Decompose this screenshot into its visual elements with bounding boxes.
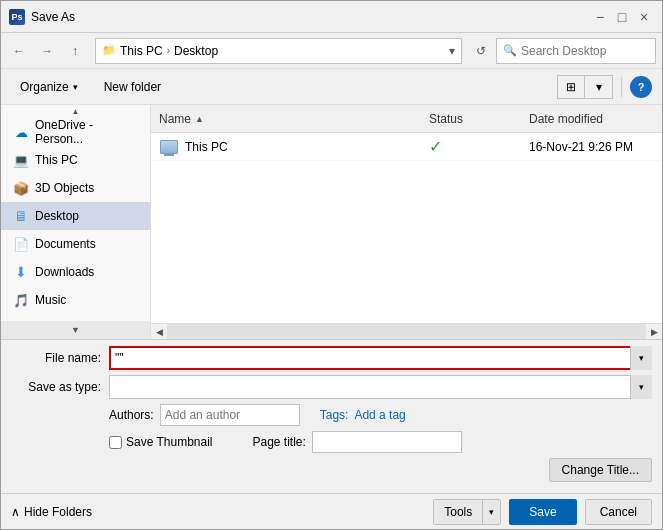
- save-as-dialog: Ps Save As − □ × ← → ↑ 📁 This PC › Deskt…: [0, 0, 663, 530]
- downloads-icon: ⬇: [13, 264, 29, 280]
- page-title-input[interactable]: [312, 431, 462, 453]
- save-as-type-label: Save as type:: [11, 380, 101, 394]
- sidebar-item-label: This PC: [35, 153, 78, 167]
- view-dropdown-button[interactable]: ▾: [585, 75, 613, 99]
- sidebar-item-label: 3D Objects: [35, 181, 94, 195]
- close-button[interactable]: ×: [634, 7, 654, 27]
- breadcrumb-thispc: This PC: [120, 44, 163, 58]
- authors-tags-row: Authors: Tags: Add a tag: [11, 404, 652, 426]
- page-title-label: Page title:: [253, 435, 306, 449]
- navigation-bar: ← → ↑ 📁 This PC › Desktop ▾ ↺ 🔍: [1, 33, 662, 69]
- title-bar: Ps Save As − □ ×: [1, 1, 662, 33]
- file-name-wrapper: ▾: [109, 346, 652, 370]
- authors-input[interactable]: [160, 404, 300, 426]
- file-name-input[interactable]: [109, 346, 652, 370]
- save-as-type-wrapper: ▾: [109, 375, 652, 399]
- hscroll-track[interactable]: [167, 324, 646, 339]
- column-status[interactable]: Status: [421, 112, 521, 126]
- forward-button[interactable]: →: [35, 39, 59, 63]
- search-input[interactable]: [521, 44, 663, 58]
- new-folder-label: New folder: [104, 80, 161, 94]
- page-title-section: Page title:: [253, 431, 462, 453]
- hide-folders-button[interactable]: ∧ Hide Folders: [11, 505, 92, 519]
- hscroll-right-button[interactable]: ▶: [646, 324, 662, 340]
- tools-button[interactable]: Tools ▾: [433, 499, 501, 525]
- sidebar-scroll-up[interactable]: ▲: [1, 105, 150, 118]
- sidebar-item-onedrive[interactable]: ☁ OneDrive - Person...: [1, 118, 150, 146]
- desktop-icon: 🖥: [13, 208, 29, 224]
- sidebar-item-label: Desktop: [35, 209, 79, 223]
- pc-icon: 💻: [13, 152, 29, 168]
- up-button[interactable]: ↑: [63, 39, 87, 63]
- column-date-modified[interactable]: Date modified: [521, 112, 662, 126]
- main-area: ▲ ☁ OneDrive - Person... 💻 This PC 📦 3D …: [1, 105, 662, 339]
- organize-dropdown-icon: ▾: [73, 82, 78, 92]
- change-title-row: Change Title...: [11, 458, 652, 482]
- organize-label: Organize: [20, 80, 69, 94]
- save-thumbnail-label[interactable]: Save Thumbnail: [126, 435, 213, 449]
- help-button[interactable]: ?: [630, 76, 652, 98]
- save-thumbnail-section: Save Thumbnail: [109, 435, 213, 449]
- file-name: This PC: [185, 140, 228, 154]
- app-icon: Ps: [9, 9, 25, 25]
- refresh-button[interactable]: ↺: [470, 40, 492, 62]
- maximize-button[interactable]: □: [612, 7, 632, 27]
- author-section: Authors:: [109, 404, 300, 426]
- file-date: 16-Nov-21 9:26 PM: [521, 140, 662, 154]
- file-icon: [159, 137, 179, 157]
- hide-folders-arrow-icon: ∧: [11, 505, 20, 519]
- onedrive-icon: ☁: [13, 124, 29, 140]
- authors-label: Authors:: [109, 408, 154, 422]
- file-list-body: This PC ✓ 16-Nov-21 9:26 PM: [151, 133, 662, 323]
- view-button[interactable]: ⊞: [557, 75, 585, 99]
- tools-dropdown-icon: ▾: [483, 500, 500, 524]
- address-bar[interactable]: 📁 This PC › Desktop ▾: [95, 38, 462, 64]
- music-icon: 🎵: [13, 292, 29, 308]
- table-row[interactable]: This PC ✓ 16-Nov-21 9:26 PM: [151, 133, 662, 161]
- sidebar-item-label: Music: [35, 293, 66, 307]
- change-title-button[interactable]: Change Title...: [549, 458, 652, 482]
- sort-arrow: ▲: [195, 114, 204, 124]
- search-box[interactable]: 🔍: [496, 38, 656, 64]
- file-name-label: File name:: [11, 351, 101, 365]
- save-thumbnail-checkbox[interactable]: [109, 436, 122, 449]
- save-as-type-row: Save as type: ▾: [11, 375, 652, 399]
- tags-label: Tags:: [320, 408, 349, 422]
- sidebar-item-music[interactable]: 🎵 Music: [1, 286, 150, 314]
- horizontal-scrollbar[interactable]: ◀ ▶: [151, 323, 662, 339]
- tools-label: Tools: [434, 500, 483, 524]
- hscroll-left-button[interactable]: ◀: [151, 324, 167, 340]
- sidebar: ▲ ☁ OneDrive - Person... 💻 This PC 📦 3D …: [1, 105, 151, 339]
- action-bar: ∧ Hide Folders Tools ▾ Save Cancel: [1, 493, 662, 529]
- sidebar-item-documents[interactable]: 📄 Documents: [1, 230, 150, 258]
- sidebar-item-desktop[interactable]: 🖥 Desktop: [1, 202, 150, 230]
- sidebar-item-thispc[interactable]: 💻 This PC: [1, 146, 150, 174]
- save-button[interactable]: Save: [509, 499, 576, 525]
- toolbar: Organize ▾ New folder ⊞ ▾ ?: [1, 69, 662, 105]
- file-list: Name ▲ Status Date modified: [151, 105, 662, 339]
- address-dropdown-icon[interactable]: ▾: [449, 44, 455, 58]
- form-area: File name: ▾ Save as type: ▾ Authors:: [1, 339, 662, 493]
- status-icon: ✓: [429, 137, 442, 156]
- breadcrumb-desktop: Desktop: [174, 44, 218, 58]
- file-name-row: File name: ▾: [11, 346, 652, 370]
- column-name[interactable]: Name ▲: [151, 112, 421, 126]
- sidebar-item-3dobjects[interactable]: 📦 3D Objects: [1, 174, 150, 202]
- view-group: ⊞ ▾: [557, 75, 613, 99]
- back-button[interactable]: ←: [7, 39, 31, 63]
- cancel-button[interactable]: Cancel: [585, 499, 652, 525]
- sidebar-item-downloads[interactable]: ⬇ Downloads: [1, 258, 150, 286]
- folder-icon: 📁: [102, 44, 116, 57]
- dialog-title: Save As: [31, 10, 590, 24]
- minimize-button[interactable]: −: [590, 7, 610, 27]
- thumbnail-pagetitle-row: Save Thumbnail Page title:: [11, 431, 652, 453]
- organize-button[interactable]: Organize ▾: [11, 75, 87, 99]
- sidebar-item-label: OneDrive - Person...: [35, 118, 142, 146]
- window-controls: − □ ×: [590, 7, 654, 27]
- add-tag-link[interactable]: Add a tag: [354, 408, 405, 422]
- sidebar-scroll-down[interactable]: ▼: [1, 321, 150, 339]
- sidebar-item-label: Documents: [35, 237, 96, 251]
- save-as-type-select[interactable]: [109, 375, 652, 399]
- new-folder-button[interactable]: New folder: [95, 75, 170, 99]
- documents-icon: 📄: [13, 236, 29, 252]
